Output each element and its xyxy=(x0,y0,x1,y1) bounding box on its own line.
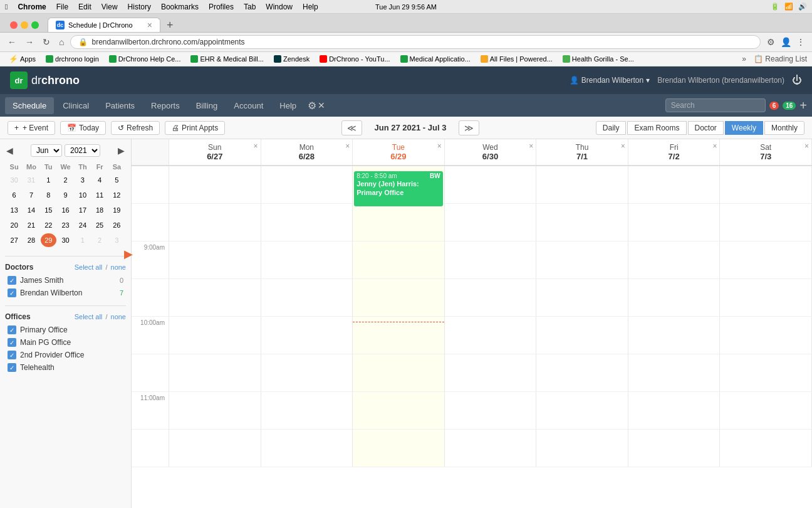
cell-9am-tue[interactable] xyxy=(353,241,445,279)
reading-list-btn[interactable]: 📋 Reading List xyxy=(754,55,807,63)
cell-8am-mon[interactable] xyxy=(261,166,353,204)
close-window-btn[interactable] xyxy=(10,21,18,29)
mini-cal-day[interactable]: 16 xyxy=(58,203,73,217)
reload-btn[interactable]: ↻ xyxy=(40,36,53,48)
menu-bookmarks[interactable]: Bookmarks xyxy=(161,3,199,11)
cell-1030-sat[interactable] xyxy=(720,354,812,392)
next-month-btn[interactable]: ▶ xyxy=(117,144,126,157)
extensions-icon[interactable]: ⚙ xyxy=(764,36,777,48)
cell-10am-sat[interactable] xyxy=(720,317,812,354)
mini-cal-day[interactable]: 3 xyxy=(109,233,125,247)
mini-cal-day[interactable]: 4 xyxy=(92,173,108,187)
cell-1030-thu[interactable] xyxy=(536,354,628,392)
mini-cal-day[interactable]: 22 xyxy=(41,218,56,232)
office-2nd-provider[interactable]: ✓ 2nd Provider Office xyxy=(5,349,126,361)
cell-830-tue[interactable] xyxy=(353,204,445,241)
mini-cal-day[interactable]: 14 xyxy=(23,203,39,217)
bookmark-medical[interactable]: Medical Applicatio... xyxy=(397,54,474,64)
close-sun[interactable]: × xyxy=(254,142,258,151)
doctor-checkbox-james[interactable]: ✓ xyxy=(8,276,16,285)
cell-10am-sun[interactable] xyxy=(169,317,261,354)
close-fri[interactable]: × xyxy=(712,142,717,151)
mini-cal-day[interactable]: 12 xyxy=(109,188,125,202)
mini-cal-day[interactable]: 5 xyxy=(109,173,125,187)
select-none-doctors[interactable]: none xyxy=(111,263,126,271)
search-input[interactable] xyxy=(665,98,766,112)
cell-830-fri[interactable] xyxy=(628,204,721,241)
cell-930-tue[interactable] xyxy=(353,279,445,317)
mini-cal-day[interactable]: 8 xyxy=(41,188,56,202)
cell-11am-mon[interactable] xyxy=(261,392,353,430)
select-none-offices[interactable]: none xyxy=(111,313,126,320)
office-checkbox-2nd[interactable]: ✓ xyxy=(8,351,16,359)
menu-edit[interactable]: Edit xyxy=(78,3,91,11)
cell-8am-tue[interactable]: BW 8:20 - 8:50 am Jenny (Jen) Harris: Pr… xyxy=(353,166,445,204)
mac-menu[interactable]:  Chrome File Edit View History Bookmark… xyxy=(5,3,318,11)
bookmark-all-files[interactable]: All Files | Powered... xyxy=(477,54,556,64)
doctor-checkbox-brendan[interactable]: ✓ xyxy=(8,288,16,297)
mini-cal-day[interactable]: 29 xyxy=(41,233,56,247)
nav-help[interactable]: Help xyxy=(272,97,304,114)
address-bar[interactable]: 🔒 brendanwilberton.drchrono.com/appointm… xyxy=(70,35,761,49)
bookmark-health-gorilla[interactable]: Health Gorilla - Se... xyxy=(559,54,638,64)
browser-tab-active[interactable]: dc Schedule | DrChrono × xyxy=(48,18,160,32)
menu-tab[interactable]: Tab xyxy=(244,3,256,11)
appointment-jenny-harris[interactable]: BW 8:20 - 8:50 am Jenny (Jen) Harris: Pr… xyxy=(354,171,443,206)
mini-cal-day[interactable]: 18 xyxy=(92,203,108,217)
cell-11am-thu[interactable] xyxy=(536,392,628,430)
back-btn[interactable]: ← xyxy=(5,36,19,48)
apple-icon[interactable]:  xyxy=(5,3,8,11)
mini-cal-day[interactable]: 2 xyxy=(92,233,108,247)
cell-830-sun[interactable] xyxy=(169,204,261,241)
view-weekly[interactable]: Weekly xyxy=(725,121,763,135)
forward-btn[interactable]: → xyxy=(23,36,36,48)
mini-cal-day[interactable]: 11 xyxy=(92,188,108,202)
list-badge[interactable]: 16 xyxy=(783,102,796,110)
cell-11am-sun[interactable] xyxy=(169,392,261,430)
office-checkbox-primary[interactable]: ✓ xyxy=(8,325,16,334)
cell-11am-tue[interactable] xyxy=(353,392,445,430)
mini-cal-day[interactable]: 31 xyxy=(23,173,39,187)
doctor-james-smith[interactable]: ✓ James Smith 0 xyxy=(5,274,126,287)
mini-cal-day[interactable]: 25 xyxy=(92,218,108,232)
minimize-window-btn[interactable] xyxy=(21,21,28,29)
next-week-btn[interactable]: ≫ xyxy=(459,120,479,135)
close-wed[interactable]: × xyxy=(529,142,533,151)
app-menu-chrome[interactable]: Chrome xyxy=(18,3,46,11)
prev-week-btn[interactable]: ≪ xyxy=(341,120,362,135)
new-tab-btn[interactable]: + xyxy=(164,19,176,32)
office-checkbox-main-pg[interactable]: ✓ xyxy=(8,338,16,347)
cell-930-thu[interactable] xyxy=(536,279,628,317)
mini-cal-day[interactable]: 10 xyxy=(75,188,90,202)
mini-cal-day[interactable]: 21 xyxy=(23,218,39,232)
menu-history[interactable]: History xyxy=(128,3,151,11)
bookmark-youtube[interactable]: DrChrono - YouTu... xyxy=(316,54,393,64)
close-mon[interactable]: × xyxy=(345,142,350,151)
mini-cal-day[interactable]: 9 xyxy=(58,188,73,202)
menu-help[interactable]: Help xyxy=(303,3,318,11)
tab-close-btn[interactable]: × xyxy=(147,21,152,29)
cell-1030-sun[interactable] xyxy=(169,354,261,392)
cell-1130-wed[interactable] xyxy=(445,430,537,467)
nav-settings-icon[interactable]: ⚙ xyxy=(308,100,316,112)
menu-icon[interactable]: ⋮ xyxy=(794,36,807,48)
bookmarks-more-btn[interactable]: » xyxy=(742,55,746,63)
cell-1030-tue[interactable] xyxy=(353,354,445,392)
cell-9am-sat[interactable] xyxy=(720,241,812,279)
cell-1030-wed[interactable] xyxy=(445,354,537,392)
bookmark-zendesk[interactable]: Zendesk xyxy=(270,54,313,64)
mini-cal-day[interactable]: 7 xyxy=(23,188,39,202)
office-main-pg[interactable]: ✓ Main PG Office xyxy=(5,336,126,349)
bookmark-apps[interactable]: ⚡ Apps xyxy=(5,53,39,65)
cell-8am-thu[interactable] xyxy=(536,166,628,204)
cell-8am-sun[interactable] xyxy=(169,166,261,204)
year-select[interactable]: 2021 xyxy=(65,144,100,157)
mini-cal-day[interactable]: 17 xyxy=(75,203,90,217)
view-exam-rooms[interactable]: Exam Rooms xyxy=(627,121,686,135)
mini-cal-day[interactable]: 26 xyxy=(109,218,125,232)
mail-badge[interactable]: 6 xyxy=(769,102,779,110)
close-thu[interactable]: × xyxy=(621,142,625,151)
view-monthly[interactable]: Monthly xyxy=(764,121,804,135)
power-icon[interactable]: ⏻ xyxy=(792,75,802,86)
menu-file[interactable]: File xyxy=(56,3,68,11)
